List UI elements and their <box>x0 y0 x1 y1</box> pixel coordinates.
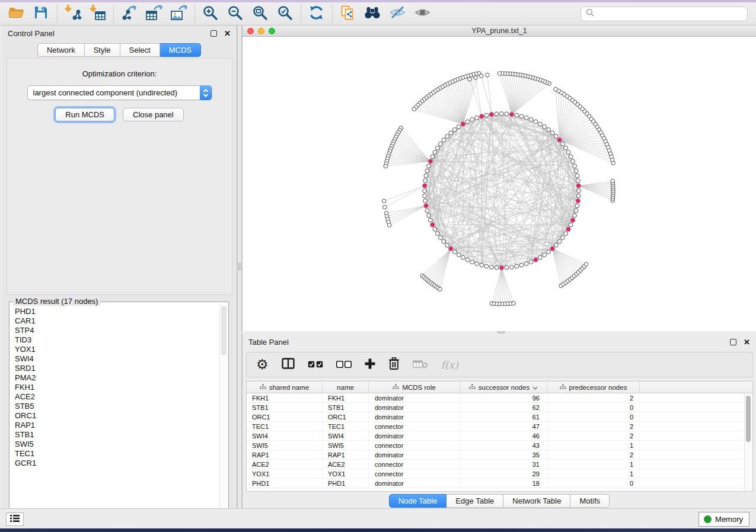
tab-motifs[interactable]: Motifs <box>570 494 610 508</box>
result-scrollbar-thumb[interactable] <box>221 306 227 355</box>
node-table: shared namenameMCDS rolesuccessor nodesp… <box>246 381 753 492</box>
clone-network-button[interactable] <box>337 4 358 23</box>
mcds-result-item[interactable]: STP4 <box>15 326 219 335</box>
mcds-result-item[interactable]: YOX1 <box>15 345 219 354</box>
table-row[interactable]: STB1STB1dominator620 <box>247 403 752 412</box>
gear-icon: ⚙ <box>256 358 269 371</box>
mcds-result-item[interactable]: SWI4 <box>15 354 219 364</box>
zoom-in-button[interactable] <box>200 4 220 23</box>
show-column-panel-button[interactable] <box>282 356 295 374</box>
table-row[interactable]: SWI4SWI4dominator462 <box>247 431 752 441</box>
run-mcds-button[interactable]: Run MCDS <box>55 108 114 121</box>
column-header-predecessor-nodes[interactable]: predecessor nodes <box>547 382 640 393</box>
function-builder-button[interactable]: f(x) <box>441 356 458 374</box>
close-panel-button[interactable]: Close panel <box>123 108 184 121</box>
trash-icon <box>388 357 400 372</box>
delete-column-button[interactable] <box>388 356 400 374</box>
export-network-button[interactable] <box>119 4 139 23</box>
column-header-successor-nodes[interactable]: successor nodes <box>460 382 547 393</box>
tab-network-table[interactable]: Network Table <box>503 494 570 508</box>
column-type-icon <box>469 384 476 391</box>
table-row[interactable]: SWI5SWI5connector431 <box>247 441 752 450</box>
mcds-result-item[interactable]: STB1 <box>15 430 219 440</box>
memory-button[interactable]: Memory <box>698 512 749 527</box>
tab-edge-table[interactable]: Edge Table <box>446 494 503 508</box>
column-header-MCDS-role[interactable]: MCDS role <box>369 382 460 393</box>
table-row[interactable]: ORC1ORC1dominator610 <box>247 412 752 422</box>
export-image-button[interactable] <box>168 4 189 23</box>
tab-node-table[interactable]: Node Table <box>389 494 447 508</box>
mcds-result-item[interactable]: SWI5 <box>15 440 219 449</box>
export-table-button[interactable] <box>143 4 164 23</box>
tab-mcds[interactable]: MCDS <box>160 43 201 57</box>
search-field[interactable] <box>580 7 748 21</box>
table-row[interactable]: ACE2ACE2connector311 <box>247 460 752 469</box>
table-row[interactable]: TEC1TEC1connector472 <box>247 422 752 431</box>
refresh-button[interactable] <box>306 4 326 23</box>
delete-table-button[interactable] <box>413 356 428 374</box>
toolbar-separator <box>113 5 114 23</box>
hide-selected-button[interactable] <box>387 4 407 23</box>
zoom-out-icon <box>227 5 243 23</box>
zoom-selected-button[interactable] <box>275 4 295 23</box>
table-row[interactable]: FKH1FKH1dominator962 <box>247 393 752 403</box>
import-network-button[interactable] <box>62 4 82 23</box>
mcds-result-item[interactable]: RAP1 <box>15 421 219 430</box>
tab-select[interactable]: Select <box>120 43 160 57</box>
mcds-result-item[interactable]: TID3 <box>15 335 219 345</box>
mcds-result-item[interactable]: TEC1 <box>15 449 219 459</box>
mcds-result-item[interactable]: ACE2 <box>15 392 219 402</box>
tab-network[interactable]: Network <box>37 43 85 57</box>
create-column-button[interactable] <box>365 356 375 374</box>
horizontal-splitter-handle[interactable] <box>497 331 505 334</box>
mcds-result-item[interactable]: STB5 <box>15 402 219 411</box>
table-scrollbar[interactable] <box>744 394 752 491</box>
search-icon <box>586 8 595 20</box>
deselect-all-columns-button[interactable] <box>336 356 352 374</box>
control-tabs: NetworkStyleSelectMCDS <box>2 43 237 57</box>
mcds-result-item[interactable]: PHD1 <box>15 307 219 316</box>
result-list-scrollbar[interactable] <box>219 303 228 521</box>
column-header-name[interactable]: name <box>323 382 369 393</box>
network-canvas[interactable] <box>243 37 756 331</box>
save-session-button[interactable] <box>31 4 51 23</box>
network-graph[interactable] <box>243 37 755 331</box>
refresh-icon <box>308 5 324 23</box>
close-panel-icon[interactable]: ✕ <box>224 30 231 37</box>
float-table-panel-icon[interactable] <box>730 339 736 345</box>
mcds-result-item[interactable]: PMA2 <box>15 373 219 383</box>
zoom-fit-button[interactable] <box>250 4 270 23</box>
table-row[interactable]: RAP1RAP1dominator352 <box>247 450 752 460</box>
vertical-splitter[interactable] <box>237 25 242 508</box>
table-row[interactable]: YOX1YOX1connector291 <box>247 469 752 479</box>
column-type-icon <box>560 384 566 391</box>
mcds-result-item[interactable]: GCR1 <box>15 459 219 468</box>
vertical-splitter-handle[interactable] <box>238 262 241 271</box>
table-scrollbar-thumb[interactable] <box>746 396 751 442</box>
mcds-result-item[interactable]: SRD1 <box>15 364 219 373</box>
open-session-button[interactable] <box>6 4 26 23</box>
zoom-out-button[interactable] <box>225 4 245 23</box>
search-input[interactable] <box>595 9 742 18</box>
mcds-result-list: PHD1CAR1STP4TID3YOX1SWI4SRD1PMA2FKH1ACE2… <box>10 303 219 521</box>
import-table-button[interactable] <box>87 4 107 23</box>
table-settings-button[interactable]: ⚙ <box>256 356 269 374</box>
mcds-result-item[interactable]: CAR1 <box>15 316 219 326</box>
float-panel-icon[interactable] <box>210 30 217 37</box>
table-row[interactable]: PHD1PHD1dominator180 <box>247 479 752 488</box>
table-tabs: Node TableEdge TableNetwork TableMotifs <box>243 494 756 508</box>
close-table-panel-icon[interactable]: ✕ <box>744 338 750 346</box>
mcds-result-item[interactable]: FKH1 <box>15 383 219 392</box>
tab-style[interactable]: Style <box>85 43 120 57</box>
optimization-criterion-select[interactable]: largest connected component (undirected) <box>27 85 212 100</box>
criterion-label: Optimization criterion: <box>7 69 232 78</box>
column-type-icon <box>393 384 399 391</box>
show-all-button[interactable] <box>412 4 432 23</box>
search-tools-button[interactable] <box>362 4 382 23</box>
select-all-columns-button[interactable] <box>308 356 323 374</box>
mcds-result-box: MCDS result (17 nodes) PHD1CAR1STP4TID3Y… <box>9 302 229 522</box>
column-header-shared-name[interactable]: shared name <box>247 382 323 393</box>
task-history-button[interactable] <box>6 512 24 526</box>
export-table-icon <box>145 4 162 23</box>
mcds-result-item[interactable]: ORC1 <box>15 411 219 421</box>
